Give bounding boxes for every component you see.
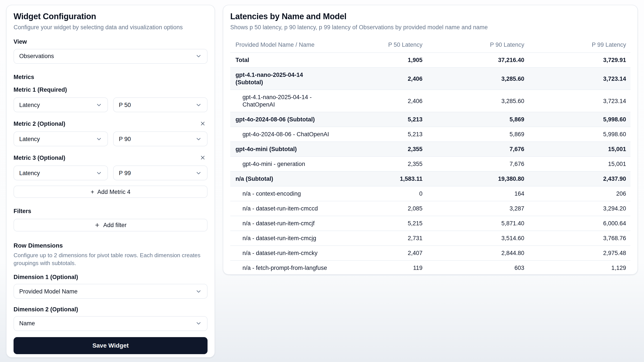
- p50-value: 1,905: [335, 53, 428, 67]
- table-row: gpt-4o-2024-08-06 - ChatOpenAI5,2135,869…: [230, 127, 630, 141]
- chevron-down-icon: [195, 320, 202, 327]
- view-select[interactable]: Observations: [14, 49, 208, 63]
- remove-metric-3-button[interactable]: [198, 153, 208, 162]
- add-metric-label: Add Metric 4: [97, 188, 130, 195]
- p90-value: 19,380.80: [428, 172, 530, 186]
- remove-metric-2-button[interactable]: [198, 119, 208, 128]
- metric-3-measure-select[interactable]: Latency: [14, 166, 108, 181]
- p99-value: 2,975.48: [530, 246, 631, 260]
- pivot-table-body: Total1,90537,216.403,729.91gpt-4.1-nano-…: [230, 53, 630, 276]
- config-panel-subtitle: Configure your widget by selecting data …: [14, 23, 208, 31]
- row-dimensions-section-label: Row Dimensions: [14, 241, 208, 250]
- save-widget-button[interactable]: Save Widget: [14, 337, 208, 354]
- p99-value: 3,723.14: [530, 94, 631, 108]
- dimension-2-label: Dimension 2 (Optional): [14, 306, 208, 313]
- metric-1-row: Latency P 50: [14, 98, 208, 112]
- close-icon: [200, 121, 206, 127]
- pivot-table: Provided Model Name / Name P 50 Latency …: [230, 37, 630, 276]
- p50-value: 5,213: [335, 112, 428, 127]
- p90-value: 164: [428, 186, 530, 201]
- row-label: Total: [230, 53, 335, 67]
- widget-builder-page: Widget Configuration Configure your widg…: [0, 0, 644, 362]
- row-label: gpt-4.1-nano-2025-04-14 - ChatOpenAI: [230, 90, 335, 112]
- metric-2-aggregation-value: P 90: [119, 136, 131, 142]
- p50-value: 2,355: [335, 157, 428, 171]
- row-label: n/a - fetch-prompt-from-langfuse: [230, 261, 335, 275]
- p90-value: 603: [428, 261, 530, 275]
- filters-section-label: Filters: [14, 207, 208, 215]
- metric-1-aggregation-select[interactable]: P 50: [113, 98, 208, 112]
- p99-value: 1,129: [530, 261, 631, 275]
- table-row: Total1,90537,216.403,729.91: [230, 53, 630, 67]
- table-row: n/a - dataset-run-item-cmcjf5,2155,871.4…: [230, 216, 630, 231]
- pivot-table-header: Provided Model Name / Name P 50 Latency …: [230, 37, 630, 53]
- row-label: gpt-4.1-nano-2025-04-14 (Subtotal): [230, 68, 335, 89]
- config-panel-title: Widget Configuration: [14, 11, 208, 22]
- chevron-down-icon: [195, 170, 202, 176]
- plus-icon: +: [91, 189, 94, 195]
- p90-value: 3,285.60: [428, 94, 530, 108]
- column-header-p99: P 99 Latency: [530, 37, 631, 52]
- row-label: gpt-4o-mini (Subtotal): [230, 142, 335, 156]
- table-row: gpt-4.1-nano-2025-04-14 (Subtotal)2,4063…: [230, 67, 630, 89]
- metric-3-aggregation-select[interactable]: P 99: [113, 166, 208, 181]
- add-metric-button[interactable]: + Add Metric 4: [14, 186, 208, 198]
- close-icon: [200, 155, 206, 161]
- chevron-down-icon: [96, 136, 102, 142]
- p50-value: 2,731: [335, 231, 428, 245]
- metric-2-header: Metric 2 (Optional): [14, 119, 208, 128]
- add-filter-label: Add filter: [103, 222, 127, 228]
- p90-value: 5,871.40: [428, 216, 530, 231]
- widget-configuration-panel: Widget Configuration Configure your widg…: [6, 5, 215, 358]
- metric-2-measure-value: Latency: [19, 136, 40, 142]
- metric-2-aggregation-select[interactable]: P 90: [113, 132, 208, 146]
- table-row: n/a - dataset-run-item-cmccd2,0853,2873,…: [230, 201, 630, 216]
- chevron-down-icon: [195, 136, 202, 142]
- metric-1-measure-select[interactable]: Latency: [14, 98, 108, 112]
- dimension-1-value: Provided Model Name: [19, 288, 78, 295]
- view-select-value: Observations: [19, 53, 54, 60]
- p90-value: 7,676: [428, 157, 530, 171]
- p50-value: 2,085: [335, 201, 428, 216]
- p50-value: 5,215: [335, 216, 428, 231]
- view-label: View: [14, 38, 208, 45]
- table-row: n/a - dataset-run-item-cmcky2,4072,844.8…: [230, 245, 630, 260]
- p99-value: 5,998.60: [530, 112, 631, 127]
- p50-value: 5,213: [335, 127, 428, 141]
- p50-value: 2,406: [335, 71, 428, 86]
- p99-value: 6,000.64: [530, 216, 631, 231]
- table-row: gpt-4.1-nano-2025-04-14 - ChatOpenAI2,40…: [230, 89, 630, 112]
- row-label: gpt-4o-mini - generation: [230, 157, 335, 171]
- p90-value: 2,844.80: [428, 246, 530, 260]
- row-label: n/a - dataset-run-item-cmcjg: [230, 231, 335, 245]
- p99-value: 15,001: [530, 142, 631, 156]
- p99-value: 3,729.91: [530, 53, 631, 67]
- metric-2-label: Metric 2 (Optional): [14, 120, 65, 127]
- row-label: n/a - dataset-run-item-cmcky: [230, 246, 335, 260]
- plus-icon: [94, 222, 100, 228]
- dimension-1-select[interactable]: Provided Model Name: [14, 284, 208, 299]
- table-row: gpt-4o-mini (Subtotal)2,3557,67615,001: [230, 141, 630, 156]
- chevron-down-icon: [195, 53, 202, 60]
- p90-value: 5,869: [428, 127, 530, 141]
- p90-value: 7,676: [428, 142, 530, 156]
- p50-value: 119: [335, 261, 428, 275]
- p90-value: 3,287: [428, 201, 530, 216]
- metric-2-measure-select[interactable]: Latency: [14, 132, 108, 146]
- p50-value: 2,355: [335, 142, 428, 156]
- add-filter-button[interactable]: Add filter: [14, 219, 208, 232]
- metric-3-measure-value: Latency: [19, 170, 40, 176]
- table-row: n/a - dataset-run-item-cmcjg2,7313,514.6…: [230, 231, 630, 245]
- p50-value: 1,583.11: [335, 172, 428, 186]
- table-row: gpt-4o-mini - generation2,3557,67615,001: [230, 156, 630, 171]
- dimension-2-select[interactable]: Name: [14, 316, 208, 331]
- chevron-down-icon: [195, 288, 202, 295]
- widget-preview-panel: Latencies by Name and Model Shows p 50 l…: [223, 5, 638, 275]
- metric-1-header: Metric 1 (Required): [14, 85, 208, 94]
- chevron-down-icon: [96, 102, 102, 108]
- p99-value: 3,723.14: [530, 71, 631, 86]
- p99-value: 206: [530, 186, 631, 201]
- metric-3-row: Latency P 99: [14, 166, 208, 181]
- metric-1-label: Metric 1 (Required): [14, 86, 67, 93]
- row-label: n/a (Subtotal): [230, 172, 335, 186]
